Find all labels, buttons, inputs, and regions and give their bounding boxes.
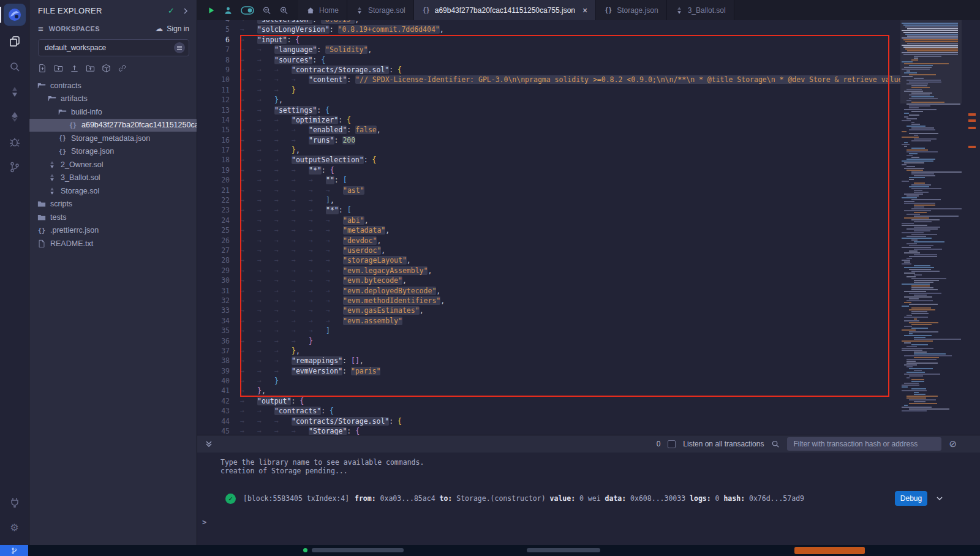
tab-storage-json[interactable]: {}Storage.json bbox=[596, 0, 666, 20]
code-line-18[interactable]: 18→→→"outputSelection": { bbox=[197, 155, 980, 165]
tree-item[interactable]: scripts bbox=[29, 198, 197, 211]
plugin-manager-icon[interactable] bbox=[7, 495, 22, 509]
status-indicator[interactable] bbox=[527, 548, 600, 552]
code-line-31[interactable]: 31→→→→→→"evm.deployedBytecode", bbox=[197, 286, 980, 296]
zoom-in-icon[interactable] bbox=[279, 6, 288, 15]
tab-a69b43f277ba20fcac141151250ca755-json[interactable]: {}a69b43f277ba20fcac141151250ca755.json× bbox=[414, 0, 597, 20]
code-line-22[interactable]: 22→→→→→], bbox=[197, 195, 980, 205]
code-line-37[interactable]: 37→→→}, bbox=[197, 346, 980, 356]
tree-item[interactable]: {}Storage_metadata.json bbox=[29, 132, 197, 145]
terminal-output[interactable]: Type the library name to see available c… bbox=[197, 453, 980, 545]
workspace-git-indicator[interactable] bbox=[0, 545, 28, 556]
sign-in-button[interactable]: ☁ Sign in bbox=[155, 24, 189, 33]
tree-item[interactable]: {}a69b43f277ba20fcac141151250ca7... bbox=[29, 119, 197, 132]
upload-file-icon[interactable] bbox=[70, 64, 79, 73]
code-line-8[interactable]: 8→→"sources": { bbox=[197, 55, 980, 65]
filter-input[interactable] bbox=[787, 437, 941, 451]
code-line-32[interactable]: 32→→→→→→"evm.methodIdentifiers", bbox=[197, 296, 980, 306]
code-line-20[interactable]: 20→→→→→"": [ bbox=[197, 175, 980, 185]
code-line-40[interactable]: 40→→} bbox=[197, 376, 980, 386]
file-explorer-icon[interactable] bbox=[7, 34, 22, 49]
remix-logo-icon[interactable] bbox=[4, 4, 26, 26]
code-line-34[interactable]: 34→→→→→→"evm.assembly" bbox=[197, 316, 980, 326]
code-line-45[interactable]: 45→→→→"Storage": { bbox=[197, 426, 980, 435]
code-line-42[interactable]: 42→"output": { bbox=[197, 396, 980, 406]
code-line-44[interactable]: 44→→→"contracts/Storage.sol": { bbox=[197, 416, 980, 426]
code-line-14[interactable]: 14→→→"optimizer": { bbox=[197, 115, 980, 125]
transaction-row[interactable]: ✓ [block:5583405 txIndex:4] from: 0xa03.… bbox=[225, 491, 943, 506]
code-line-30[interactable]: 30→→→→→→"evm.bytecode", bbox=[197, 276, 980, 285]
code-line-25[interactable]: 25→→→→→→"metadata", bbox=[197, 225, 980, 235]
search-icon[interactable] bbox=[771, 440, 780, 448]
tree-item[interactable]: build-info bbox=[29, 105, 197, 119]
chevron-down-icon[interactable] bbox=[936, 495, 943, 502]
new-folder-icon[interactable] bbox=[54, 64, 63, 73]
search-icon[interactable] bbox=[7, 59, 22, 74]
settings-gear-icon[interactable]: ⚙ bbox=[7, 520, 22, 535]
tree-item[interactable]: {}Storage.json bbox=[29, 145, 197, 159]
code-line-21[interactable]: 21→→→→→→"ast" bbox=[197, 186, 980, 195]
workspace-select[interactable]: default_workspace bbox=[38, 39, 189, 56]
workspace-options-icon[interactable] bbox=[174, 42, 185, 53]
run-script-play-icon[interactable] bbox=[207, 6, 216, 15]
link-icon[interactable] bbox=[118, 64, 127, 73]
code-line-39[interactable]: 39→→→"evmVersion": "paris" bbox=[197, 366, 980, 376]
user-icon[interactable] bbox=[224, 6, 233, 15]
new-file-icon[interactable] bbox=[38, 64, 47, 73]
close-icon[interactable]: × bbox=[582, 6, 587, 15]
block-icon[interactable]: ⊘ bbox=[949, 438, 957, 449]
code-line-35[interactable]: 35→→→→→] bbox=[197, 326, 980, 336]
solidity-compiler-icon[interactable] bbox=[7, 85, 22, 99]
tree-item[interactable]: 3_Ballot.sol bbox=[29, 171, 197, 185]
code-line-16[interactable]: 16→→→→"runs": 200 bbox=[197, 135, 980, 145]
git-branch-icon[interactable] bbox=[7, 160, 22, 175]
code-line-15[interactable]: 15→→→→"enabled": false, bbox=[197, 125, 980, 135]
tree-item[interactable]: {}.prettierrc.json bbox=[29, 224, 197, 238]
tree-item[interactable]: contracts bbox=[29, 79, 197, 92]
tree-item[interactable]: tests bbox=[29, 211, 197, 224]
tab-storage-sol[interactable]: Storage.sol bbox=[347, 0, 414, 20]
code-line-9[interactable]: 9→→→"contracts/Storage.sol": { bbox=[197, 65, 980, 75]
code-line-26[interactable]: 26→→→→→→"devdoc", bbox=[197, 236, 980, 246]
code-line-23[interactable]: 23→→→→→"*": [ bbox=[197, 205, 980, 215]
expand-terminal-icon[interactable] bbox=[205, 440, 213, 448]
code-line-12[interactable]: 12→→}, bbox=[197, 95, 980, 105]
chevron-right-icon[interactable] bbox=[182, 7, 189, 15]
code-line-24[interactable]: 24→→→→→→"abi", bbox=[197, 216, 980, 225]
code-line-43[interactable]: 43→→"contracts": { bbox=[197, 406, 980, 416]
zoom-out-icon[interactable] bbox=[262, 6, 271, 15]
workspaces-menu-icon[interactable]: ≡ bbox=[38, 23, 43, 34]
code-line-7[interactable]: 7→→"language": "Solidity", bbox=[197, 45, 980, 54]
code-line-28[interactable]: 28→→→→→→"storageLayout", bbox=[197, 255, 980, 265]
status-indicator[interactable] bbox=[303, 548, 404, 552]
code-line-17[interactable]: 17→→→}, bbox=[197, 145, 980, 155]
tree-item[interactable]: artifacts bbox=[29, 92, 197, 106]
code-line-13[interactable]: 13→→"settings": { bbox=[197, 105, 980, 115]
debugger-icon[interactable] bbox=[7, 135, 22, 149]
minimap[interactable] bbox=[900, 20, 962, 435]
tree-item[interactable]: README.txt bbox=[29, 237, 197, 250]
upload-folder-icon[interactable] bbox=[86, 64, 95, 73]
toggle-icon[interactable] bbox=[241, 6, 254, 15]
code-line-27[interactable]: 27→→→→→→"userdoc", bbox=[197, 246, 980, 255]
code-line-19[interactable]: 19→→→→"*": { bbox=[197, 165, 980, 175]
code-line-4[interactable]: 4→"solcVersion": "0.8.19", bbox=[197, 20, 980, 24]
code-line-38[interactable]: 38→→→"remappings": [], bbox=[197, 356, 980, 366]
tab-home[interactable]: Home bbox=[298, 0, 347, 20]
tree-item[interactable]: Storage.sol bbox=[29, 184, 197, 198]
debug-button[interactable]: Debug bbox=[895, 491, 927, 506]
code-line-29[interactable]: 29→→→→→→"evm.legacyAssembly", bbox=[197, 266, 980, 276]
code-line-6[interactable]: 6→"input": { bbox=[197, 35, 980, 45]
code-line-36[interactable]: 36→→→→} bbox=[197, 336, 980, 346]
tab-3-ballot-sol[interactable]: 3_Ballot.sol bbox=[667, 0, 734, 20]
code-line-33[interactable]: 33→→→→→→"evm.gasEstimates", bbox=[197, 306, 980, 315]
tree-item[interactable]: 2_Owner.sol bbox=[29, 158, 197, 171]
listen-checkbox[interactable] bbox=[668, 440, 676, 448]
ipfs-box-icon[interactable] bbox=[102, 64, 111, 73]
terminal-prompt[interactable]: > bbox=[202, 518, 980, 527]
code-editor[interactable]: 4→"solcVersion": "0.8.19",5→"solcLongVer… bbox=[197, 20, 980, 435]
code-line-11[interactable]: 11→→→} bbox=[197, 85, 980, 95]
code-line-5[interactable]: 5→"solcLongVersion": "0.8.19+commit.7dd6… bbox=[197, 24, 980, 34]
code-line-41[interactable]: 41→}, bbox=[197, 386, 980, 396]
deploy-run-icon[interactable] bbox=[7, 110, 22, 124]
